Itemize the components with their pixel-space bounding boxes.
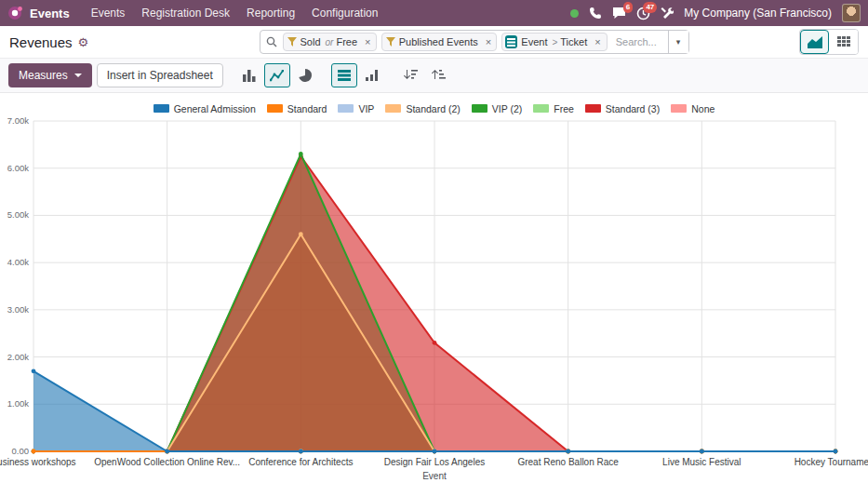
- legend-swatch: [533, 104, 549, 113]
- line-chart-button[interactable]: [264, 63, 290, 87]
- legend-swatch: [671, 104, 687, 113]
- legend-item[interactable]: Standard: [267, 103, 327, 114]
- legend-item[interactable]: Standard (2): [385, 103, 460, 114]
- phone-icon[interactable]: [589, 7, 602, 20]
- main-menu: Events Registration Desk Reporting Confi…: [83, 7, 387, 20]
- sort-descending-button[interactable]: [398, 63, 424, 87]
- facet-separator: >: [549, 37, 560, 47]
- svg-text:Event: Event: [422, 471, 447, 481]
- chart-legend: General AdmissionStandardVIPStandard (2)…: [0, 93, 868, 115]
- svg-text:Live Music Festival: Live Music Festival: [662, 457, 741, 467]
- search-dropdown-toggle[interactable]: ▾: [668, 31, 688, 53]
- facet-value: Published Events: [399, 36, 480, 47]
- legend-item[interactable]: None: [671, 103, 714, 114]
- stacked-toggle-button[interactable]: [331, 63, 357, 87]
- company-name[interactable]: My Company (San Francisco): [684, 7, 832, 20]
- legend-label: General Admission: [174, 103, 256, 114]
- legend-label: VIP (2): [492, 103, 522, 114]
- svg-text:5.00k: 5.00k: [7, 209, 29, 220]
- legend-label: VIP: [358, 103, 374, 114]
- svg-text:6.00k: 6.00k: [7, 163, 29, 173]
- view-switcher: [799, 29, 859, 55]
- pivot-view-button[interactable]: [829, 30, 858, 54]
- menu-configuration[interactable]: Configuration: [303, 7, 386, 20]
- facet-value: Event: [521, 36, 549, 47]
- menu-registration-desk[interactable]: Registration Desk: [133, 7, 238, 20]
- activities-badge: 47: [643, 2, 657, 13]
- online-status-dot: [570, 9, 579, 18]
- filter-icon: [382, 37, 399, 47]
- svg-text:Business workshops: Business workshops: [0, 457, 76, 467]
- search-bar: Sold or Free × Published Events × Event …: [260, 30, 689, 54]
- svg-text:OpenWood Collection Online Rev: OpenWood Collection Online Rev...: [94, 457, 240, 467]
- legend-item[interactable]: VIP: [338, 103, 374, 114]
- legend-label: Free: [554, 103, 574, 114]
- measures-label: Measures: [19, 69, 68, 82]
- svg-text:Design Fair Los Angeles: Design Fair Los Angeles: [384, 457, 485, 467]
- graph-toolbar: Measures Insert in Spreadsheet: [0, 58, 868, 93]
- facet-conjunction: or: [323, 37, 337, 47]
- remove-facet-button[interactable]: ×: [359, 34, 376, 50]
- legend-swatch: [585, 104, 601, 113]
- legend-swatch: [338, 104, 354, 113]
- user-avatar[interactable]: [842, 4, 861, 22]
- svg-text:Great Reno Ballon Race: Great Reno Ballon Race: [517, 457, 619, 467]
- cumulative-toggle-button[interactable]: [359, 63, 385, 87]
- activities-icon[interactable]: 47: [636, 7, 650, 20]
- pie-chart-button[interactable]: [292, 63, 318, 87]
- legend-swatch: [385, 104, 401, 113]
- legend-label: Standard (2): [406, 103, 460, 114]
- page-title: Revenues: [9, 34, 73, 50]
- legend-label: Standard (3): [606, 103, 660, 114]
- legend-label: None: [691, 103, 714, 114]
- sort-ascending-button[interactable]: [426, 63, 452, 87]
- tools-icon[interactable]: [661, 7, 674, 20]
- revenue-area-chart: 0.001.00k2.00k3.00k4.00k5.00k6.00k7.00kB…: [0, 115, 868, 483]
- remove-facet-button[interactable]: ×: [480, 34, 497, 50]
- insert-in-spreadsheet-button[interactable]: Insert in Spreadsheet: [97, 63, 223, 87]
- odoo-logo[interactable]: [7, 6, 24, 20]
- legend-item[interactable]: VIP (2): [472, 103, 522, 114]
- facet-value: Sold: [300, 36, 323, 47]
- filter-icon: [284, 37, 300, 47]
- legend-item[interactable]: General Admission: [154, 103, 256, 114]
- facet-value: Free: [336, 36, 359, 47]
- legend-swatch: [472, 104, 487, 113]
- messages-icon[interactable]: 6: [612, 7, 626, 20]
- svg-text:4.00k: 4.00k: [7, 257, 29, 267]
- legend-swatch: [267, 104, 283, 113]
- legend-label: Standard: [287, 103, 327, 114]
- facet-sold-or-free: Sold or Free ×: [283, 33, 377, 51]
- current-app-name[interactable]: Events: [30, 7, 70, 20]
- legend-swatch: [154, 104, 169, 113]
- svg-text:3.00k: 3.00k: [7, 304, 29, 315]
- svg-text:2.00k: 2.00k: [7, 352, 29, 362]
- svg-text:1.00k: 1.00k: [7, 398, 29, 409]
- svg-text:Hockey Tournament: Hockey Tournament: [795, 457, 868, 467]
- facet-groupby-event-ticket: Event > Ticket ×: [501, 33, 607, 51]
- bar-chart-button[interactable]: [236, 63, 262, 87]
- legend-item[interactable]: Standard (3): [585, 103, 660, 114]
- menu-reporting[interactable]: Reporting: [238, 7, 303, 20]
- search-icon: [260, 36, 283, 47]
- control-panel: Revenues ⚙ Sold or Free ×: [0, 26, 868, 58]
- facet-published-events: Published Events ×: [381, 33, 497, 51]
- search-input[interactable]: [612, 36, 668, 47]
- svg-text:7.00k: 7.00k: [7, 115, 29, 126]
- facet-value: Ticket: [560, 36, 589, 47]
- graph-view-button[interactable]: [800, 30, 829, 54]
- menu-events[interactable]: Events: [83, 7, 134, 20]
- messages-badge: 6: [623, 2, 633, 13]
- remove-facet-button[interactable]: ×: [589, 34, 606, 50]
- chart-section: General AdmissionStandardVIPStandard (2)…: [0, 93, 868, 483]
- measures-button[interactable]: Measures: [8, 63, 92, 87]
- svg-text:0.00: 0.00: [12, 446, 30, 456]
- caret-down-icon: [74, 74, 82, 77]
- legend-item[interactable]: Free: [533, 103, 574, 114]
- groupby-icon: [505, 35, 517, 48]
- top-navbar: Events Events Registration Desk Reportin…: [0, 0, 868, 26]
- gear-icon[interactable]: ⚙: [78, 35, 89, 49]
- svg-text:Conference for Architects: Conference for Architects: [248, 457, 353, 467]
